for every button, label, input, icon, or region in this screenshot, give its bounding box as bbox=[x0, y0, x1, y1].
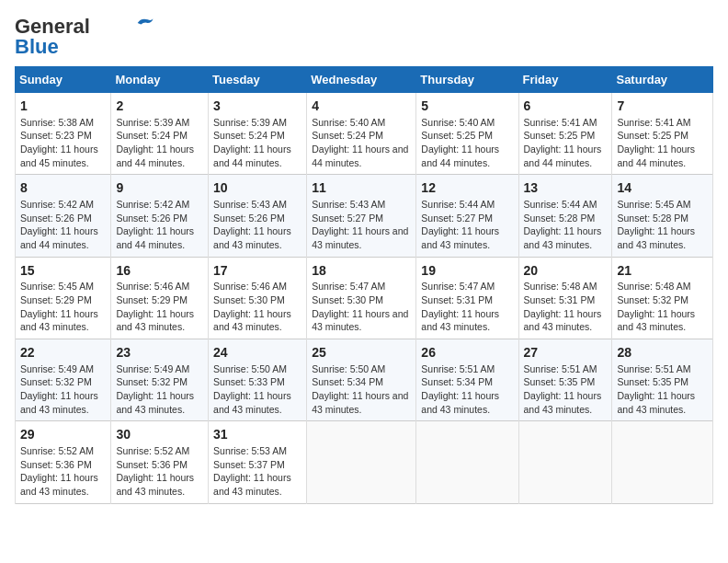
daylight-label: Daylight: 11 hours and 43 minutes. bbox=[617, 308, 695, 333]
sunrise-label: Sunrise: 5:50 AM bbox=[312, 363, 385, 374]
daylight-label: Daylight: 11 hours and 44 minutes. bbox=[524, 144, 602, 168]
sunset-label: Sunset: 5:30 PM bbox=[312, 294, 383, 305]
sunset-label: Sunset: 5:34 PM bbox=[421, 376, 493, 387]
calendar-cell bbox=[307, 421, 416, 503]
calendar-cell: 4 Sunrise: 5:40 AM Sunset: 5:24 PM Dayli… bbox=[307, 93, 416, 175]
calendar-cell: 3 Sunrise: 5:39 AM Sunset: 5:24 PM Dayli… bbox=[209, 93, 307, 175]
sunrise-label: Sunrise: 5:45 AM bbox=[20, 281, 94, 292]
day-number: 12 bbox=[421, 179, 513, 198]
daylight-label: Daylight: 11 hours and 43 minutes. bbox=[20, 308, 98, 333]
sunrise-label: Sunrise: 5:51 AM bbox=[421, 363, 495, 374]
sunrise-label: Sunrise: 5:39 AM bbox=[213, 117, 287, 128]
calendar-cell: 9 Sunrise: 5:42 AM Sunset: 5:26 PM Dayli… bbox=[111, 175, 209, 257]
sunset-label: Sunset: 5:33 PM bbox=[213, 376, 285, 387]
day-number: 4 bbox=[312, 98, 411, 116]
col-tuesday: Tuesday bbox=[209, 67, 307, 93]
sunrise-label: Sunrise: 5:41 AM bbox=[524, 117, 597, 128]
col-monday: Monday bbox=[111, 67, 209, 93]
calendar-cell: 23 Sunrise: 5:49 AM Sunset: 5:32 PM Dayl… bbox=[111, 339, 209, 421]
logo: General Blue bbox=[15, 15, 154, 59]
calendar-cell: 26 Sunrise: 5:51 AM Sunset: 5:34 PM Dayl… bbox=[416, 339, 518, 421]
day-number: 1 bbox=[20, 98, 106, 116]
sunrise-label: Sunrise: 5:41 AM bbox=[617, 117, 690, 128]
calendar-cell: 19 Sunrise: 5:47 AM Sunset: 5:31 PM Dayl… bbox=[416, 257, 518, 339]
day-number: 23 bbox=[116, 344, 203, 362]
calendar-cell: 30 Sunrise: 5:52 AM Sunset: 5:36 PM Dayl… bbox=[111, 421, 209, 503]
calendar-cell: 11 Sunrise: 5:43 AM Sunset: 5:27 PM Dayl… bbox=[307, 175, 416, 257]
col-friday: Friday bbox=[518, 67, 612, 93]
day-number: 30 bbox=[116, 426, 203, 444]
sunrise-label: Sunrise: 5:43 AM bbox=[213, 199, 287, 210]
sunset-label: Sunset: 5:23 PM bbox=[20, 130, 92, 141]
daylight-label: Daylight: 11 hours and 43 minutes. bbox=[524, 308, 602, 333]
calendar-table: SundayMondayTuesdayWednesdayThursdayFrid… bbox=[15, 66, 713, 504]
sunrise-label: Sunrise: 5:46 AM bbox=[116, 281, 189, 292]
daylight-label: Daylight: 11 hours and 43 minutes. bbox=[20, 472, 98, 497]
day-number: 15 bbox=[20, 262, 106, 281]
daylight-label: Daylight: 11 hours and 43 minutes. bbox=[421, 390, 499, 415]
calendar-cell: 27 Sunrise: 5:51 AM Sunset: 5:35 PM Dayl… bbox=[518, 339, 612, 421]
day-number: 25 bbox=[312, 344, 411, 362]
sunrise-label: Sunrise: 5:44 AM bbox=[421, 199, 495, 210]
day-number: 27 bbox=[524, 344, 608, 362]
calendar-cell: 18 Sunrise: 5:47 AM Sunset: 5:30 PM Dayl… bbox=[307, 257, 416, 339]
sunrise-label: Sunrise: 5:40 AM bbox=[421, 117, 495, 128]
sunrise-label: Sunrise: 5:40 AM bbox=[312, 117, 385, 128]
day-number: 14 bbox=[617, 179, 708, 198]
sunrise-label: Sunrise: 5:46 AM bbox=[213, 281, 287, 292]
daylight-label: Daylight: 11 hours and 43 minutes. bbox=[524, 390, 602, 415]
sunset-label: Sunset: 5:32 PM bbox=[116, 376, 188, 387]
daylight-label: Daylight: 11 hours and 43 minutes. bbox=[421, 225, 499, 250]
calendar-cell: 7 Sunrise: 5:41 AM Sunset: 5:25 PM Dayli… bbox=[612, 93, 713, 175]
sunset-label: Sunset: 5:32 PM bbox=[617, 294, 688, 305]
sunrise-label: Sunrise: 5:51 AM bbox=[524, 363, 597, 374]
logo-bird-icon bbox=[134, 16, 154, 30]
calendar-cell: 10 Sunrise: 5:43 AM Sunset: 5:26 PM Dayl… bbox=[209, 175, 307, 257]
sunset-label: Sunset: 5:36 PM bbox=[20, 459, 92, 470]
daylight-label: Daylight: 11 hours and 44 minutes. bbox=[421, 144, 499, 168]
calendar-cell: 8 Sunrise: 5:42 AM Sunset: 5:26 PM Dayli… bbox=[16, 175, 111, 257]
sunset-label: Sunset: 5:29 PM bbox=[116, 294, 188, 305]
col-sunday: Sunday bbox=[16, 67, 111, 93]
calendar-cell bbox=[518, 421, 612, 503]
calendar-cell: 21 Sunrise: 5:48 AM Sunset: 5:32 PM Dayl… bbox=[612, 257, 713, 339]
calendar-cell: 22 Sunrise: 5:49 AM Sunset: 5:32 PM Dayl… bbox=[16, 339, 111, 421]
daylight-label: Daylight: 11 hours and 43 minutes. bbox=[213, 472, 291, 497]
calendar-cell: 2 Sunrise: 5:39 AM Sunset: 5:24 PM Dayli… bbox=[111, 93, 209, 175]
daylight-label: Daylight: 11 hours and 43 minutes. bbox=[213, 225, 291, 250]
calendar-cell: 15 Sunrise: 5:45 AM Sunset: 5:29 PM Dayl… bbox=[16, 257, 111, 339]
day-number: 7 bbox=[617, 98, 708, 116]
calendar-cell: 25 Sunrise: 5:50 AM Sunset: 5:34 PM Dayl… bbox=[307, 339, 416, 421]
sunrise-label: Sunrise: 5:44 AM bbox=[524, 199, 597, 210]
sunset-label: Sunset: 5:26 PM bbox=[20, 213, 92, 224]
day-number: 11 bbox=[312, 179, 411, 198]
day-number: 3 bbox=[213, 98, 301, 116]
day-number: 18 bbox=[312, 262, 411, 281]
sunrise-label: Sunrise: 5:49 AM bbox=[116, 363, 189, 374]
week-row-5: 29 Sunrise: 5:52 AM Sunset: 5:36 PM Dayl… bbox=[16, 421, 713, 503]
col-wednesday: Wednesday bbox=[307, 67, 416, 93]
calendar-cell: 13 Sunrise: 5:44 AM Sunset: 5:28 PM Dayl… bbox=[518, 175, 612, 257]
day-number: 8 bbox=[20, 179, 106, 198]
col-saturday: Saturday bbox=[612, 67, 713, 93]
day-number: 22 bbox=[20, 344, 106, 362]
sunset-label: Sunset: 5:36 PM bbox=[116, 459, 188, 470]
sunset-label: Sunset: 5:37 PM bbox=[213, 459, 285, 470]
day-number: 20 bbox=[524, 262, 608, 281]
daylight-label: Daylight: 11 hours and 43 minutes. bbox=[421, 308, 499, 333]
daylight-label: Daylight: 11 hours and 43 minutes. bbox=[617, 225, 695, 250]
logo-blue: Blue bbox=[15, 35, 59, 59]
daylight-label: Daylight: 11 hours and 43 minutes. bbox=[312, 225, 408, 250]
day-number: 16 bbox=[116, 262, 203, 281]
sunset-label: Sunset: 5:29 PM bbox=[20, 294, 92, 305]
calendar-cell: 17 Sunrise: 5:46 AM Sunset: 5:30 PM Dayl… bbox=[209, 257, 307, 339]
daylight-label: Daylight: 11 hours and 43 minutes. bbox=[312, 390, 408, 415]
sunrise-label: Sunrise: 5:53 AM bbox=[213, 445, 287, 456]
calendar-cell bbox=[612, 421, 713, 503]
sunset-label: Sunset: 5:30 PM bbox=[213, 294, 285, 305]
sunrise-label: Sunrise: 5:51 AM bbox=[617, 363, 690, 374]
sunset-label: Sunset: 5:27 PM bbox=[421, 213, 493, 224]
day-number: 28 bbox=[617, 344, 708, 362]
daylight-label: Daylight: 11 hours and 43 minutes. bbox=[213, 390, 291, 415]
daylight-label: Daylight: 11 hours and 44 minutes. bbox=[213, 144, 291, 168]
